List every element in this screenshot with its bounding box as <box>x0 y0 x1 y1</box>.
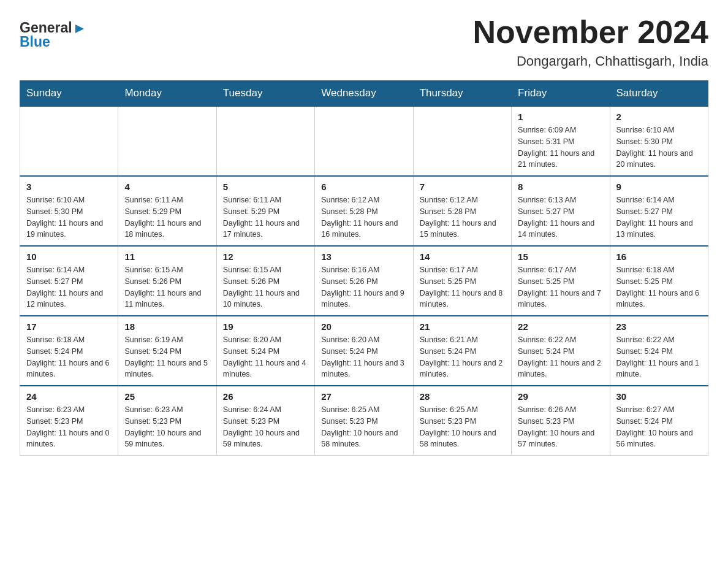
day-info: Sunrise: 6:22 AMSunset: 5:24 PMDaylight:… <box>616 334 702 380</box>
day-number: 1 <box>518 112 603 122</box>
day-number: 16 <box>616 251 702 262</box>
day-number: 9 <box>616 182 702 192</box>
day-info: Sunrise: 6:20 AMSunset: 5:24 PMDaylight:… <box>321 334 406 380</box>
day-info: Sunrise: 6:15 AMSunset: 5:26 PMDaylight:… <box>223 264 308 310</box>
calendar-day-cell: 19Sunrise: 6:20 AMSunset: 5:24 PMDayligh… <box>216 316 314 386</box>
day-info: Sunrise: 6:23 AMSunset: 5:23 PMDaylight:… <box>26 404 112 450</box>
day-number: 28 <box>420 391 505 402</box>
day-number: 26 <box>223 391 308 402</box>
page-header: General Blue November 2024 Dongargarh, C… <box>20 15 708 69</box>
calendar-day-cell: 16Sunrise: 6:18 AMSunset: 5:25 PMDayligh… <box>610 246 708 316</box>
calendar-day-cell: 10Sunrise: 6:14 AMSunset: 5:27 PMDayligh… <box>20 246 118 316</box>
calendar-day-cell: 3Sunrise: 6:10 AMSunset: 5:30 PMDaylight… <box>20 176 118 246</box>
day-number: 24 <box>26 391 112 402</box>
calendar-day-header: Saturday <box>610 81 708 107</box>
day-number: 20 <box>321 321 406 332</box>
day-number: 13 <box>321 251 406 262</box>
day-info: Sunrise: 6:11 AMSunset: 5:29 PMDaylight:… <box>124 194 210 240</box>
calendar-day-cell: 12Sunrise: 6:15 AMSunset: 5:26 PMDayligh… <box>216 246 314 316</box>
logo-blue-text: Blue <box>20 34 85 50</box>
calendar-day-cell: 8Sunrise: 6:13 AMSunset: 5:27 PMDaylight… <box>512 176 610 246</box>
day-number: 29 <box>518 391 603 402</box>
day-info: Sunrise: 6:13 AMSunset: 5:27 PMDaylight:… <box>518 194 603 240</box>
day-number: 18 <box>124 321 210 332</box>
calendar-day-header: Tuesday <box>216 81 314 107</box>
calendar-day-cell: 18Sunrise: 6:19 AMSunset: 5:24 PMDayligh… <box>118 316 216 386</box>
calendar-day-cell: 7Sunrise: 6:12 AMSunset: 5:28 PMDaylight… <box>413 176 511 246</box>
day-info: Sunrise: 6:20 AMSunset: 5:24 PMDaylight:… <box>223 334 308 380</box>
calendar-day-cell: 2Sunrise: 6:10 AMSunset: 5:30 PMDaylight… <box>610 106 708 176</box>
day-info: Sunrise: 6:18 AMSunset: 5:25 PMDaylight:… <box>616 264 702 310</box>
calendar-week-row: 17Sunrise: 6:18 AMSunset: 5:24 PMDayligh… <box>20 316 708 386</box>
calendar-day-cell: 17Sunrise: 6:18 AMSunset: 5:24 PMDayligh… <box>20 316 118 386</box>
day-info: Sunrise: 6:14 AMSunset: 5:27 PMDaylight:… <box>616 194 702 240</box>
day-number: 25 <box>124 391 210 402</box>
calendar-day-cell: 26Sunrise: 6:24 AMSunset: 5:23 PMDayligh… <box>216 386 314 456</box>
day-number: 30 <box>616 391 702 402</box>
calendar-day-cell: 28Sunrise: 6:25 AMSunset: 5:23 PMDayligh… <box>413 386 511 456</box>
day-info: Sunrise: 6:26 AMSunset: 5:23 PMDaylight:… <box>518 404 603 450</box>
day-info: Sunrise: 6:10 AMSunset: 5:30 PMDaylight:… <box>26 194 112 240</box>
calendar-day-header: Friday <box>512 81 610 107</box>
day-number: 17 <box>26 321 112 332</box>
calendar-header-row: SundayMondayTuesdayWednesdayThursdayFrid… <box>20 81 708 107</box>
calendar-day-cell: 4Sunrise: 6:11 AMSunset: 5:29 PMDaylight… <box>118 176 216 246</box>
calendar-day-cell: 21Sunrise: 6:21 AMSunset: 5:24 PMDayligh… <box>413 316 511 386</box>
day-info: Sunrise: 6:24 AMSunset: 5:23 PMDaylight:… <box>223 404 308 450</box>
day-number: 27 <box>321 391 406 402</box>
calendar-day-cell: 5Sunrise: 6:11 AMSunset: 5:29 PMDaylight… <box>216 176 314 246</box>
calendar-day-cell: 14Sunrise: 6:17 AMSunset: 5:25 PMDayligh… <box>413 246 511 316</box>
day-number: 5 <box>223 182 308 192</box>
page-title: November 2024 <box>473 15 708 50</box>
calendar-day-cell <box>216 106 314 176</box>
calendar-day-cell: 27Sunrise: 6:25 AMSunset: 5:23 PMDayligh… <box>315 386 413 456</box>
day-number: 15 <box>518 251 603 262</box>
calendar-day-header: Monday <box>118 81 216 107</box>
calendar-day-cell <box>413 106 511 176</box>
day-info: Sunrise: 6:21 AMSunset: 5:24 PMDaylight:… <box>420 334 505 380</box>
day-info: Sunrise: 6:17 AMSunset: 5:25 PMDaylight:… <box>518 264 603 310</box>
day-number: 14 <box>420 251 505 262</box>
day-info: Sunrise: 6:12 AMSunset: 5:28 PMDaylight:… <box>321 194 406 240</box>
calendar-day-header: Thursday <box>413 81 511 107</box>
day-number: 11 <box>124 251 210 262</box>
calendar-day-cell: 1Sunrise: 6:09 AMSunset: 5:31 PMDaylight… <box>512 106 610 176</box>
page-subtitle: Dongargarh, Chhattisgarh, India <box>473 53 708 69</box>
day-info: Sunrise: 6:18 AMSunset: 5:24 PMDaylight:… <box>26 334 112 380</box>
calendar-week-row: 1Sunrise: 6:09 AMSunset: 5:31 PMDaylight… <box>20 106 708 176</box>
day-number: 10 <box>26 251 112 262</box>
calendar-day-header: Wednesday <box>315 81 413 107</box>
day-info: Sunrise: 6:09 AMSunset: 5:31 PMDaylight:… <box>518 124 603 170</box>
day-info: Sunrise: 6:14 AMSunset: 5:27 PMDaylight:… <box>26 264 112 310</box>
calendar-day-cell: 9Sunrise: 6:14 AMSunset: 5:27 PMDaylight… <box>610 176 708 246</box>
calendar-day-cell: 20Sunrise: 6:20 AMSunset: 5:24 PMDayligh… <box>315 316 413 386</box>
day-info: Sunrise: 6:22 AMSunset: 5:24 PMDaylight:… <box>518 334 603 380</box>
day-number: 12 <box>223 251 308 262</box>
calendar-day-cell: 24Sunrise: 6:23 AMSunset: 5:23 PMDayligh… <box>20 386 118 456</box>
day-number: 21 <box>420 321 505 332</box>
day-number: 4 <box>124 182 210 192</box>
calendar-day-cell: 23Sunrise: 6:22 AMSunset: 5:24 PMDayligh… <box>610 316 708 386</box>
day-info: Sunrise: 6:16 AMSunset: 5:26 PMDaylight:… <box>321 264 406 310</box>
calendar-week-row: 24Sunrise: 6:23 AMSunset: 5:23 PMDayligh… <box>20 386 708 456</box>
day-number: 6 <box>321 182 406 192</box>
calendar-day-cell <box>118 106 216 176</box>
day-number: 19 <box>223 321 308 332</box>
calendar-day-cell: 13Sunrise: 6:16 AMSunset: 5:26 PMDayligh… <box>315 246 413 316</box>
day-info: Sunrise: 6:11 AMSunset: 5:29 PMDaylight:… <box>223 194 308 240</box>
day-number: 7 <box>420 182 505 192</box>
day-number: 2 <box>616 112 702 122</box>
svg-marker-0 <box>75 25 84 33</box>
calendar-day-cell: 30Sunrise: 6:27 AMSunset: 5:24 PMDayligh… <box>610 386 708 456</box>
calendar-day-cell: 11Sunrise: 6:15 AMSunset: 5:26 PMDayligh… <box>118 246 216 316</box>
day-number: 8 <box>518 182 603 192</box>
logo: General Blue <box>20 20 85 50</box>
day-info: Sunrise: 6:23 AMSunset: 5:23 PMDaylight:… <box>124 404 210 450</box>
calendar-day-cell: 6Sunrise: 6:12 AMSunset: 5:28 PMDaylight… <box>315 176 413 246</box>
day-number: 23 <box>616 321 702 332</box>
calendar-week-row: 10Sunrise: 6:14 AMSunset: 5:27 PMDayligh… <box>20 246 708 316</box>
day-number: 22 <box>518 321 603 332</box>
calendar-day-cell: 15Sunrise: 6:17 AMSunset: 5:25 PMDayligh… <box>512 246 610 316</box>
day-number: 3 <box>26 182 112 192</box>
day-info: Sunrise: 6:12 AMSunset: 5:28 PMDaylight:… <box>420 194 505 240</box>
